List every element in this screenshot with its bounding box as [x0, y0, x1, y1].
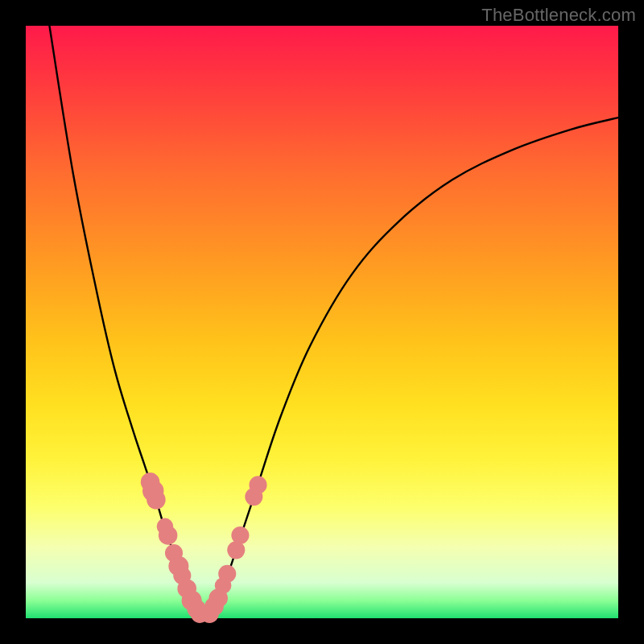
curve-layer	[49, 26, 618, 615]
data-marker	[147, 490, 166, 510]
plot-area	[26, 26, 618, 618]
data-marker	[231, 526, 249, 544]
watermark-text: TheBottleneck.com	[481, 5, 636, 26]
chart-svg	[26, 26, 618, 618]
marker-layer	[141, 473, 267, 623]
chart-frame: TheBottleneck.com	[0, 0, 644, 644]
curve-left-curve	[49, 26, 200, 615]
data-marker	[159, 526, 178, 545]
curve-right-curve	[209, 118, 618, 615]
data-marker	[249, 476, 266, 493]
data-marker	[218, 565, 236, 583]
